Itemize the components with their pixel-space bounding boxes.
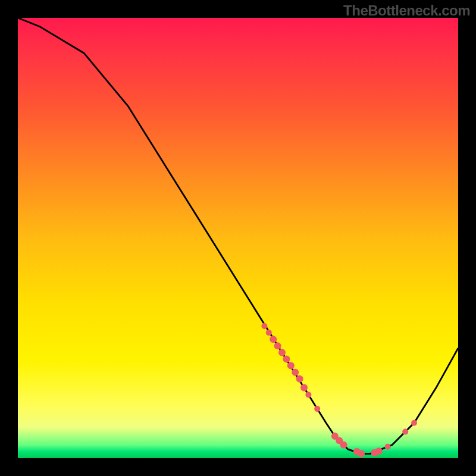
data-marker — [261, 323, 267, 329]
bottleneck-curve — [18, 18, 458, 454]
data-marker — [266, 330, 272, 336]
data-marker — [314, 406, 320, 412]
data-marker — [340, 441, 347, 449]
chart-svg — [18, 18, 458, 458]
data-marker — [385, 444, 391, 450]
data-marker — [402, 429, 408, 435]
data-marker — [305, 392, 311, 397]
data-markers — [261, 323, 417, 458]
data-marker — [283, 356, 290, 363]
data-marker — [358, 450, 365, 458]
data-marker — [274, 342, 281, 349]
data-marker — [375, 447, 383, 455]
data-marker — [300, 384, 308, 392]
watermark-text: TheBottleneck.com — [343, 2, 470, 19]
data-marker — [287, 362, 295, 369]
data-marker — [411, 420, 417, 426]
chart-frame: TheBottleneck.com — [0, 0, 476, 476]
data-marker — [278, 349, 286, 356]
data-marker — [296, 375, 303, 383]
data-marker — [270, 336, 277, 343]
data-marker — [292, 369, 299, 376]
